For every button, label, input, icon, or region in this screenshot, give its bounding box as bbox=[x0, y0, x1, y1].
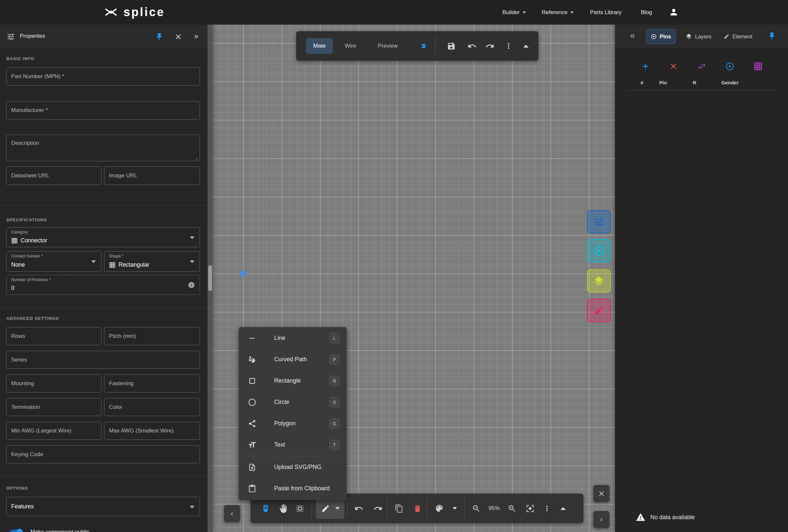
description-field[interactable] bbox=[6, 135, 200, 161]
pan-tool-button[interactable] bbox=[279, 504, 288, 513]
zoom-in-button[interactable] bbox=[508, 504, 516, 513]
keying-code-field[interactable] bbox=[6, 445, 200, 464]
category-select[interactable]: Category Connector bbox=[6, 227, 200, 247]
image-url-field[interactable] bbox=[104, 166, 200, 185]
tool-element-button[interactable] bbox=[587, 299, 611, 322]
more-options-button[interactable] bbox=[543, 504, 551, 513]
menu-item-line[interactable]: Line L bbox=[239, 328, 347, 349]
positions-field[interactable]: Number of Positions * 0 bbox=[6, 275, 200, 295]
features-select[interactable]: Features bbox=[6, 497, 200, 516]
fastening-field[interactable] bbox=[104, 374, 200, 392]
collapse-toolbar-icon[interactable] bbox=[560, 507, 566, 510]
color-field[interactable] bbox=[104, 398, 200, 416]
expand-right-panel-button[interactable]: › bbox=[593, 511, 609, 528]
part-number-input[interactable] bbox=[6, 68, 200, 85]
min-awg-field[interactable] bbox=[6, 422, 101, 440]
close-overlay-button[interactable] bbox=[593, 485, 609, 502]
palette-button[interactable] bbox=[435, 504, 457, 513]
collapse-panel-icon[interactable]: » bbox=[194, 32, 198, 41]
delete-button[interactable] bbox=[413, 504, 422, 513]
zoom-out-button[interactable] bbox=[472, 504, 481, 513]
max-awg-input[interactable] bbox=[104, 422, 200, 439]
description-input[interactable] bbox=[6, 135, 200, 161]
menu-item-curved-path[interactable]: Curved Path P bbox=[239, 349, 347, 370]
nav-item-blog[interactable]: Blog bbox=[641, 0, 652, 25]
pin-grid-icon[interactable] bbox=[753, 62, 763, 71]
marquee-select-button[interactable] bbox=[296, 504, 304, 513]
collapse-panel-icon[interactable]: « bbox=[630, 31, 635, 41]
mouse-tool-button[interactable] bbox=[261, 504, 270, 513]
rows-input[interactable] bbox=[6, 328, 101, 345]
manufacturer-field[interactable] bbox=[6, 101, 200, 120]
mounting-field[interactable] bbox=[6, 374, 101, 392]
undo-button[interactable] bbox=[468, 41, 477, 51]
close-panel-icon[interactable] bbox=[174, 33, 182, 41]
pitch-field[interactable] bbox=[104, 327, 200, 345]
nav-item-builder[interactable]: Builder bbox=[503, 0, 526, 25]
mounting-input[interactable] bbox=[6, 375, 101, 392]
tab-element[interactable]: Element bbox=[720, 29, 757, 44]
menu-item-upload[interactable]: Upload SVG/PNG bbox=[239, 456, 347, 478]
termination-input[interactable] bbox=[6, 398, 101, 416]
pin-panel-icon[interactable] bbox=[768, 32, 776, 40]
logo[interactable]: splice bbox=[104, 5, 165, 19]
kebab-menu-icon[interactable] bbox=[504, 42, 513, 50]
redo-button[interactable] bbox=[485, 41, 494, 51]
redo-button[interactable] bbox=[373, 504, 382, 513]
pin-panel-icon[interactable] bbox=[155, 33, 163, 41]
termination-field[interactable] bbox=[6, 398, 101, 416]
series-input[interactable] bbox=[6, 351, 200, 369]
menu-item-text[interactable]: Text T bbox=[239, 434, 347, 455]
fit-view-button[interactable] bbox=[525, 504, 535, 513]
contact-gender-select[interactable]: Contact Gender * None bbox=[6, 251, 101, 272]
undo-button[interactable] bbox=[354, 504, 363, 513]
pitch-input[interactable] bbox=[104, 328, 200, 345]
datasheet-url-input[interactable] bbox=[6, 167, 101, 184]
tab-preview[interactable]: Preview bbox=[371, 38, 405, 54]
max-awg-field[interactable] bbox=[104, 422, 200, 440]
shape-select[interactable]: Shape * Rectangular bbox=[104, 251, 200, 272]
image-url-input[interactable] bbox=[104, 167, 200, 184]
tab-wire[interactable]: Wire bbox=[337, 38, 363, 54]
copy-button[interactable] bbox=[395, 504, 403, 513]
fastening-input[interactable] bbox=[104, 375, 200, 392]
tab-pins[interactable]: Pins bbox=[646, 29, 676, 44]
remove-pin-icon[interactable] bbox=[669, 62, 678, 71]
nav-item-parts-library[interactable]: Parts Library bbox=[590, 0, 622, 25]
add-pin-icon[interactable] bbox=[641, 62, 650, 71]
canvas-anchor-point[interactable] bbox=[240, 271, 247, 277]
color-input[interactable] bbox=[104, 398, 200, 416]
tab-layers[interactable]: Layers bbox=[681, 29, 716, 44]
pin-target-icon[interactable] bbox=[725, 62, 734, 71]
tool-properties-button[interactable] bbox=[587, 210, 611, 234]
manufacturer-input[interactable] bbox=[6, 101, 200, 119]
keying-code-input[interactable] bbox=[6, 446, 200, 463]
min-awg-input[interactable] bbox=[6, 422, 101, 439]
collapse-toolbar-icon[interactable] bbox=[524, 45, 529, 47]
draw-tool-button[interactable] bbox=[316, 498, 344, 519]
editor-canvas[interactable]: Mate Wire Preview Line L Curved Pa bbox=[213, 25, 615, 532]
series-field[interactable] bbox=[6, 351, 200, 369]
menu-item-label: Curved Path bbox=[274, 356, 307, 363]
nav-item-reference[interactable]: Reference bbox=[542, 0, 574, 25]
redo-icon bbox=[373, 504, 382, 513]
expand-left-panel-button[interactable]: ‹ bbox=[224, 505, 240, 522]
menu-item-polygon[interactable]: Polygon G bbox=[239, 413, 347, 434]
account-icon[interactable] bbox=[669, 7, 679, 17]
menu-item-circle[interactable]: Circle 0 bbox=[239, 391, 347, 413]
menu-item-paste[interactable]: Paste from Clipboard bbox=[239, 478, 347, 499]
part-number-field[interactable] bbox=[6, 67, 200, 86]
menu-item-rectangle[interactable]: Rectangle R bbox=[239, 370, 347, 391]
swap-pins-icon[interactable] bbox=[697, 62, 707, 71]
public-toggle[interactable] bbox=[10, 530, 22, 532]
info-icon[interactable] bbox=[188, 281, 195, 289]
tool-layers-button[interactable] bbox=[587, 269, 611, 293]
tool-pins-button[interactable] bbox=[587, 239, 611, 262]
layout-rows-icon[interactable] bbox=[420, 41, 427, 51]
tab-mate[interactable]: Mate bbox=[306, 38, 333, 54]
save-button[interactable] bbox=[447, 42, 456, 51]
datasheet-url-field[interactable] bbox=[6, 166, 101, 185]
properties-scrollbar[interactable] bbox=[208, 25, 213, 532]
scrollbar-thumb[interactable] bbox=[208, 265, 212, 291]
rows-field[interactable] bbox=[6, 327, 101, 345]
